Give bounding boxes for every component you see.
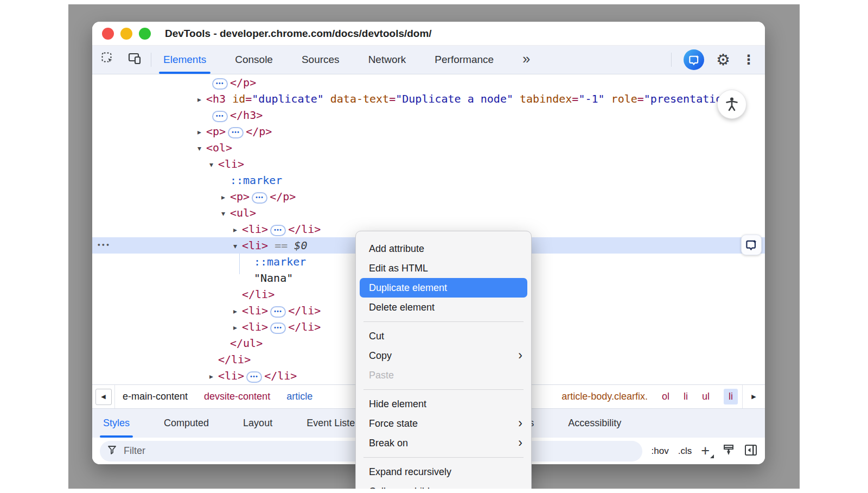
breadcrumb: e-main-contentdevsite-contentarticle xyxy=(123,391,312,402)
breadcrumb-item-devsite-content[interactable]: devsite-content xyxy=(204,391,270,402)
sidebar-tab-computed[interactable]: Computed xyxy=(164,409,209,438)
twisty-collapsed-icon[interactable]: ▸ xyxy=(233,319,242,336)
chevron-left-icon: ◀ xyxy=(101,393,105,400)
menu-item-delete-element[interactable]: Delete element xyxy=(356,298,531,317)
rendering-brush-icon[interactable] xyxy=(722,444,735,459)
code-token: = xyxy=(389,92,395,105)
panel-tab-network[interactable]: Network xyxy=(368,46,406,74)
tree-row[interactable]: ::marker xyxy=(92,172,765,188)
code-token: <li> xyxy=(218,157,244,170)
menu-item-duplicate-element[interactable]: Duplicate element xyxy=(360,278,527,298)
twisty-expanded-icon[interactable]: ▾ xyxy=(197,140,206,156)
menu-item-expand-recursively[interactable]: Expand recursively xyxy=(356,462,531,482)
menu-item-collapse-children[interactable]: Collapse children xyxy=(356,482,531,489)
sidebar-tab-styles[interactable]: Styles xyxy=(103,409,130,438)
breadcrumb-item-article[interactable]: article xyxy=(286,391,312,402)
toolbar-divider xyxy=(151,53,151,67)
twisty-collapsed-icon[interactable]: ▸ xyxy=(197,91,206,108)
code-token: id xyxy=(226,92,245,105)
person-icon xyxy=(724,96,740,112)
menu-item-copy[interactable]: Copy› xyxy=(356,346,531,365)
zoom-button[interactable] xyxy=(139,28,151,40)
code-token: $0 xyxy=(294,239,307,252)
row-overflow-menu-icon[interactable]: ••• xyxy=(97,237,110,254)
tree-row[interactable]: ▸<p>•••</p> xyxy=(92,123,765,140)
code-token: </p> xyxy=(270,190,296,203)
code-token: <ol> xyxy=(206,141,232,154)
window-title: DevTools - developer.chrome.com/docs/dev… xyxy=(165,28,432,40)
close-button[interactable] xyxy=(102,28,114,40)
ai-badge-button[interactable] xyxy=(741,235,762,255)
toggle-sidebar-icon[interactable] xyxy=(744,444,757,458)
menu-separator xyxy=(363,321,524,322)
inline-expand-icon[interactable]: ••• xyxy=(270,306,286,318)
twisty-collapsed-icon[interactable]: ▸ xyxy=(197,124,206,140)
tree-row[interactable]: ▸<p>•••</p> xyxy=(92,188,765,205)
twisty-expanded-icon[interactable]: ▾ xyxy=(209,156,218,173)
twisty-collapsed-icon[interactable]: ▸ xyxy=(233,303,242,319)
code-token: <li> xyxy=(242,320,268,333)
panel-tab-elements[interactable]: Elements xyxy=(163,46,206,74)
inline-expand-icon[interactable]: ••• xyxy=(270,225,286,236)
inline-expand-icon[interactable]: ••• xyxy=(252,192,267,204)
inline-expand-icon[interactable]: ••• xyxy=(212,111,228,122)
chevron-right-icon: ▶ xyxy=(751,393,756,400)
code-token: </li> xyxy=(288,304,321,317)
code-token: </li> xyxy=(288,223,321,236)
pseudo-state-button[interactable]: :hov xyxy=(652,446,669,457)
menu-item-edit-as-html[interactable]: Edit as HTML xyxy=(356,258,531,278)
tree-row[interactable]: ▾<li> xyxy=(92,156,765,172)
toolbar-divider-right xyxy=(671,53,672,67)
menu-item-break-on[interactable]: Break on› xyxy=(356,433,531,453)
code-token: </li> xyxy=(218,353,251,366)
inline-expand-icon[interactable]: ••• xyxy=(270,323,286,334)
menu-item-hide-element[interactable]: Hide element xyxy=(356,394,531,414)
menu-item-cut[interactable]: Cut xyxy=(356,326,531,346)
sidebar-tab-accessibility[interactable]: Accessibility xyxy=(568,409,621,438)
twisty-collapsed-icon[interactable]: ▸ xyxy=(209,368,218,384)
context-menu: Add attributeEdit as HTMLDuplicate eleme… xyxy=(355,231,532,489)
accessibility-overlay-button[interactable] xyxy=(718,90,746,118)
menu-item-add-attribute[interactable]: Add attribute xyxy=(356,239,531,258)
breadcrumb-tail: article-body.clearfix.olliulli xyxy=(561,389,738,404)
inline-expand-icon[interactable]: ••• xyxy=(228,127,244,138)
ai-assistance-button[interactable] xyxy=(684,49,704,70)
breadcrumb-item-li[interactable]: li xyxy=(724,389,738,404)
new-style-rule-button[interactable]: + xyxy=(701,444,713,458)
breadcrumb-item-ol[interactable]: ol xyxy=(662,391,669,402)
code-token: "-1" xyxy=(578,92,604,105)
breadcrumb-scroll-left-button[interactable]: ◀ xyxy=(92,385,115,408)
inline-expand-icon[interactable]: ••• xyxy=(212,78,228,90)
panel-tab-console[interactable]: Console xyxy=(235,46,273,74)
breadcrumb-item-e-main-content[interactable]: e-main-content xyxy=(123,391,188,402)
panel-tab-sources[interactable]: Sources xyxy=(302,46,340,74)
panel-tab-performance[interactable]: Performance xyxy=(435,46,494,74)
window-controls xyxy=(92,28,151,40)
menu-separator xyxy=(363,457,524,458)
tree-row[interactable]: ▾<ul> xyxy=(92,205,765,221)
breadcrumb-item-li[interactable]: li xyxy=(684,391,688,402)
twisty-expanded-icon[interactable]: ▾ xyxy=(233,238,242,254)
twisty-collapsed-icon[interactable]: ▸ xyxy=(221,189,230,205)
tree-row[interactable]: ▸<h3 id="duplicate" data-text="Duplicate… xyxy=(92,91,765,107)
twisty-collapsed-icon[interactable]: ▸ xyxy=(233,222,242,238)
kebab-menu-icon[interactable]: ⋮ xyxy=(742,53,755,66)
more-tabs-icon[interactable]: ›› xyxy=(522,50,528,69)
inline-expand-icon[interactable]: ••• xyxy=(246,371,262,383)
tree-row[interactable]: ▾<ol> xyxy=(92,140,765,156)
breadcrumb-item-article-body-clearfix[interactable]: article-body.clearfix. xyxy=(561,391,648,402)
gear-icon[interactable]: ⚙ xyxy=(716,52,730,68)
device-toolbar-icon[interactable] xyxy=(128,52,142,67)
menu-item-force-state[interactable]: Force state› xyxy=(356,414,531,433)
code-token: data-text xyxy=(324,92,389,105)
breadcrumb-scroll-right-button[interactable]: ▶ xyxy=(742,385,765,408)
inspect-cursor-icon[interactable] xyxy=(101,52,115,68)
tree-row[interactable]: •••</p> xyxy=(92,74,765,91)
class-toggle-button[interactable]: .cls xyxy=(678,446,692,457)
twisty-expanded-icon[interactable]: ▾ xyxy=(221,205,230,222)
breadcrumb-item-ul[interactable]: ul xyxy=(702,391,710,402)
code-token: </p> xyxy=(230,76,256,89)
sidebar-tab-layout[interactable]: Layout xyxy=(243,409,272,438)
minimize-button[interactable] xyxy=(120,28,132,40)
tree-row[interactable]: •••</h3> xyxy=(92,107,765,123)
